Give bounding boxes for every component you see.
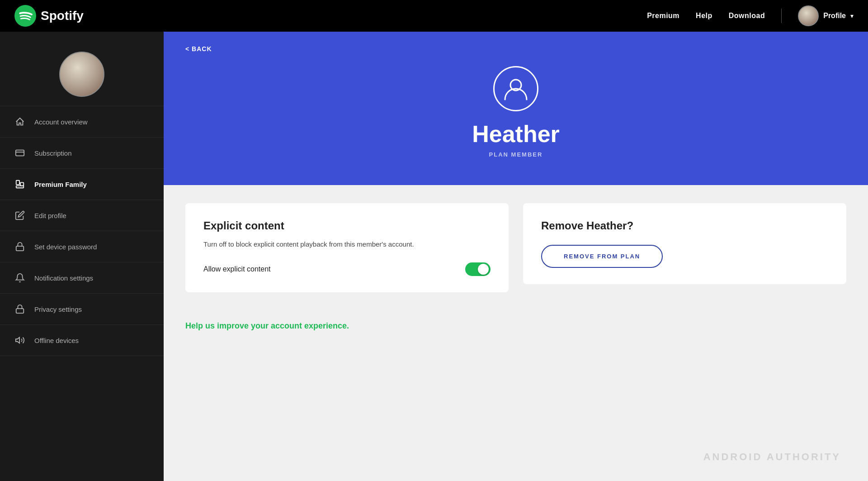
hero-profile: Heather PLAN MEMBER — [185, 62, 846, 167]
sidebar-item-label-premium-family: Premium Family — [34, 181, 87, 188]
spotify-wordmark: Spotify — [41, 9, 84, 23]
sidebar-item-account-overview[interactable]: Account overview — [0, 106, 164, 138]
toggle-row: Allow explicit content — [203, 262, 491, 276]
premium-link[interactable]: Premium — [647, 12, 679, 20]
sidebar-item-label-edit-profile: Edit profile — [34, 212, 66, 219]
sidebar-item-subscription[interactable]: Subscription — [0, 138, 164, 169]
credit-card-icon — [14, 148, 25, 158]
content-area: Explicit content Turn off to block expli… — [164, 185, 868, 310]
topnav-right-section: Premium Help Download Profile ▾ — [647, 5, 854, 26]
main-content: < BACK Heather PLAN MEMBER Explicit cont… — [164, 32, 868, 481]
sidebar-item-label-offline-devices: Offline devices — [34, 337, 79, 344]
explicit-content-card: Explicit content Turn off to block expli… — [185, 203, 509, 292]
family-icon — [14, 179, 25, 190]
lock-icon — [14, 241, 25, 252]
svg-rect-7 — [16, 309, 24, 313]
sidebar-avatar-section — [0, 41, 164, 106]
sidebar-user-avatar — [59, 52, 104, 97]
toggle-label: Allow explicit content — [203, 265, 271, 273]
improve-account-text: Help us improve your account experience. — [185, 321, 349, 330]
sidebar-item-privacy-settings[interactable]: Privacy settings — [0, 294, 164, 325]
download-link[interactable]: Download — [729, 12, 765, 20]
svg-rect-4 — [20, 182, 24, 186]
svg-rect-5 — [16, 186, 24, 188]
sidebar: Account overview Subscription Premium Fa… — [0, 32, 164, 481]
sidebar-item-set-device-password[interactable]: Set device password — [0, 231, 164, 262]
sidebar-item-label-subscription: Subscription — [34, 149, 72, 157]
spotify-logo[interactable]: Spotify — [14, 5, 84, 27]
profile-avatar — [798, 5, 819, 26]
explicit-content-title: Explicit content — [203, 219, 491, 232]
sidebar-item-label-privacy-settings: Privacy settings — [34, 305, 82, 313]
sidebar-item-offline-devices[interactable]: Offline devices — [0, 325, 164, 356]
remove-member-card: Remove Heather? REMOVE FROM PLAN — [523, 203, 846, 284]
top-navigation: Spotify Premium Help Download Profile ▾ — [0, 0, 868, 32]
sidebar-item-notification-settings[interactable]: Notification settings — [0, 262, 164, 294]
chevron-down-icon: ▾ — [850, 12, 854, 19]
explicit-content-description: Turn off to block explicit content playb… — [203, 239, 491, 250]
svg-rect-3 — [16, 181, 19, 185]
sidebar-item-label-set-device-password: Set device password — [34, 243, 97, 251]
sidebar-item-premium-family[interactable]: Premium Family — [0, 169, 164, 200]
back-button[interactable]: < BACK — [185, 45, 846, 52]
remove-from-plan-button[interactable]: REMOVE FROM PLAN — [541, 245, 663, 268]
speaker-icon — [14, 335, 25, 346]
member-name: Heather — [472, 120, 560, 148]
member-role: PLAN MEMBER — [489, 151, 543, 158]
svg-rect-1 — [16, 150, 24, 156]
sidebar-item-label-notification-settings: Notification settings — [34, 274, 93, 282]
profile-label: Profile — [823, 12, 846, 20]
pencil-icon — [14, 210, 25, 221]
lock2-icon — [14, 304, 25, 314]
hero-section: < BACK Heather PLAN MEMBER — [164, 32, 868, 185]
home-icon — [14, 116, 25, 127]
toggle-knob — [478, 264, 489, 275]
sidebar-item-edit-profile[interactable]: Edit profile — [0, 200, 164, 231]
explicit-content-toggle[interactable] — [465, 262, 491, 276]
sidebar-item-label-account-overview: Account overview — [34, 118, 88, 126]
member-avatar-circle — [493, 66, 538, 111]
svg-marker-8 — [16, 338, 19, 343]
sidebar-nav-list: Account overview Subscription Premium Fa… — [0, 106, 164, 356]
help-link[interactable]: Help — [696, 12, 712, 20]
remove-member-title: Remove Heather? — [541, 219, 633, 232]
svg-rect-6 — [16, 246, 24, 251]
profile-menu[interactable]: Profile ▾ — [798, 5, 854, 26]
nav-divider — [781, 9, 782, 23]
bottom-section: Help us improve your account experience. — [164, 310, 868, 349]
person-icon — [502, 75, 529, 102]
bell-icon — [14, 272, 25, 283]
page-layout: Account overview Subscription Premium Fa… — [0, 0, 868, 481]
